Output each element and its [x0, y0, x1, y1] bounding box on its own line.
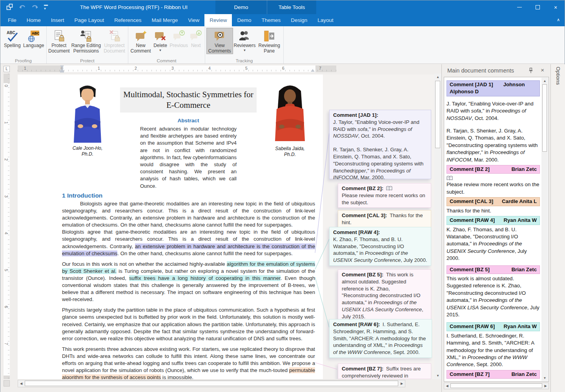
scroll-down-icon[interactable]: ▼ [541, 375, 548, 381]
ribbon-group-tracking: View Comments Reviewers▼ Reviewing Pane … [205, 26, 284, 64]
tab-references[interactable]: References [109, 14, 146, 26]
language-button[interactable]: ABC Language [23, 28, 45, 49]
abstract-heading: Abstract [140, 118, 237, 123]
previous-comment-button: Previous [169, 28, 189, 49]
panel-comment-body[interactable]: K. Zhao, F. Thomas, and B. U. Watanabe, … [447, 226, 540, 262]
panel-comment-header-bz5[interactable]: Comment [BZ 5]Brian Zetc [447, 265, 540, 274]
panel-close-icon[interactable]: × [541, 67, 544, 73]
panel-comment-header-raw4[interactable]: Comment [RAW 4]Ryan Anita W [447, 216, 540, 225]
comments-panel-body: Comment [JAD 1]Johnson Alphonso D J. Tay… [444, 77, 549, 382]
panel-hscroll-thumb[interactable] [450, 383, 542, 388]
reviewers-button[interactable]: Reviewers▼ [233, 28, 257, 52]
margin-comment-raw6[interactable]: Comment [RAW 6]: I. Sutherland, E. Schro… [329, 319, 432, 358]
panel-comment-body[interactable]: This work is almost outdated. Suggested … [447, 275, 540, 318]
margin-comment-jad1[interactable]: Comment [JAD 1]: J. Taylor, "Enabling Vo… [329, 110, 431, 179]
scroll-right-icon[interactable]: ▶ [399, 380, 405, 387]
spelling-button[interactable]: ABC Spelling [2, 28, 23, 49]
scroll-up-icon[interactable]: ▲ [434, 74, 441, 80]
panel-comment-header-bz2[interactable]: Comment [BZ 2]Brian Zetc [447, 165, 540, 174]
panel-comment-header-jad1[interactable]: Comment [JAD 1]Johnson Alphonso D [447, 80, 540, 96]
ctx-group-table-tools: Table Tools [267, 0, 316, 14]
ruler-toggle-box[interactable] [4, 380, 10, 387]
minimize-button[interactable] [510, 0, 529, 14]
panel-comment-body[interactable]: R. Tarjan, S. Shenker, J. Gray, A. Einst… [447, 127, 540, 163]
comments-panel-header: Main document comments × [442, 64, 550, 77]
view-comments-button[interactable]: View Comments [207, 28, 233, 54]
app-icon[interactable] [6, 3, 13, 11]
tab-page-layout[interactable]: Page Layout [69, 14, 109, 26]
margin-comment-raw4[interactable]: Comment [RAW 4]: K. Zhao, F. Thomas, and… [329, 227, 431, 266]
scroll-up-icon[interactable]: ▲ [541, 78, 548, 84]
group-label-comment: Comment [128, 58, 205, 63]
ribbon-group-protect: Protect Document Range Editing Permissio… [47, 26, 128, 64]
range-editing-permissions-button[interactable]: Range Editing Permissions [70, 28, 102, 54]
document-title: Multimodal, Stochastic Symmetries for E-… [120, 87, 257, 113]
tab-view[interactable]: View [183, 14, 204, 26]
window-title: The WPF Word Processing (RTF) - Ribbon U… [51, 0, 217, 14]
tab-selector[interactable]: L [4, 66, 10, 72]
document-page[interactable]: Cale Joon-Ho,Ph.D. Multimodal, Stochasti… [18, 74, 434, 379]
comments-panel: Main document comments × Comment [JAD 1]… [441, 64, 550, 392]
panel-comment-body[interactable]: J. Taylor, "Enabling Voice-over-IP and R… [447, 100, 540, 122]
protect-document-button[interactable]: Protect Document [48, 28, 70, 54]
view-comments-icon [213, 29, 226, 43]
abstract-paragraph: Recent advances in modular technology an… [140, 125, 237, 190]
app-window: ▬▾ The WPF Word Processing (RTF) - Ribbo… [0, 0, 565, 392]
panel-comment-body[interactable]: Suffix trees are comprehensively reviewe… [447, 380, 540, 381]
reviewing-pane-button[interactable]: Reviewing Pane [257, 28, 282, 54]
tab-review[interactable]: Review [204, 14, 232, 26]
tab-layout[interactable]: Layout [312, 14, 339, 26]
undo-icon[interactable] [19, 4, 26, 9]
qat-customize-icon[interactable]: ▬▾ [44, 3, 48, 11]
ribbon: ABC Spelling ABC Language Proofing Prote… [0, 26, 565, 64]
new-comment-icon [135, 29, 147, 43]
panel-vertical-scrollbar[interactable]: ▲ ▼ [541, 78, 548, 381]
panel-comment-header-bz7[interactable]: Comment [BZ 7]Brian Zetc [447, 370, 540, 379]
left-indent-marker[interactable] [60, 71, 64, 73]
section-heading-introduction: 1 Introduction [62, 192, 102, 199]
scroll-right-icon[interactable]: ▶ [543, 383, 549, 389]
margin-comment-bz2[interactable]: Comment [BZ 2]: Please review more recen… [338, 183, 431, 208]
redo-icon[interactable] [31, 4, 38, 9]
pin-icon[interactable] [529, 67, 533, 75]
delete-comment-button[interactable]: Delete▼ [151, 28, 169, 52]
next-comment-button: Next [189, 28, 203, 49]
panel-comment-body[interactable]: I. Sutherland, E. Schroedinger, R. Hammi… [447, 332, 540, 368]
new-comment-button[interactable]: New Comment [130, 28, 151, 54]
document-canvas: Cale Joon-Ho,Ph.D. Multimodal, Stochasti… [11, 74, 434, 379]
panel-comment-header-cal3[interactable]: Comment [CAL 3]Cardle Anita L [447, 197, 540, 206]
tab-design[interactable]: Design [286, 14, 312, 26]
margin-comment-bz5[interactable]: Comment [BZ 5]: This work is almost outd… [338, 269, 431, 322]
tab-themes[interactable]: Themes [257, 14, 286, 26]
vertical-ruler: 0 1 2 3 4 5 6 7 [4, 74, 10, 379]
tab-home[interactable]: Home [22, 14, 46, 26]
tab-insert[interactable]: Insert [46, 14, 69, 26]
maximize-button[interactable] [529, 0, 547, 14]
margin-comment-bz7[interactable]: Comment [BZ 7]: Suffix trees are compreh… [338, 363, 431, 379]
options-tab[interactable]: Options [555, 67, 561, 85]
horizontal-scroll-thumb[interactable] [25, 381, 398, 386]
vertical-scroll-thumb[interactable] [435, 81, 440, 148]
document-horizontal-scrollbar[interactable]: ◀ ▶ [18, 380, 405, 387]
close-button[interactable]: × [547, 0, 565, 14]
panel-comment-header-raw6[interactable]: Comment [RAW 6]Ryan Anita W [447, 322, 540, 331]
scroll-left-icon[interactable]: ◀ [18, 380, 24, 387]
tab-file[interactable]: File [3, 14, 22, 26]
scroll-left-icon[interactable]: ◀ [444, 383, 450, 389]
comments-list: Comment [JAD 1]Johnson Alphonso D J. Tay… [445, 77, 541, 381]
collapse-ribbon-icon[interactable]: ∧ [557, 17, 560, 22]
tab-mail-merge[interactable]: Mail Merge [146, 14, 183, 26]
document-vertical-scrollbar[interactable]: ▲ ▼ [434, 74, 441, 379]
paragraph-5: This work presents three advances above … [62, 346, 315, 379]
scroll-down-icon[interactable]: ▼ [434, 372, 441, 379]
panel-comment-body[interactable]: Thanks for the hint. [447, 207, 540, 214]
author-caption-cale: Cale Joon-Ho,Ph.D. [56, 145, 119, 157]
tab-demo[interactable]: Demo [232, 14, 256, 26]
panel-horizontal-scrollbar[interactable]: ◀ ▶ [444, 383, 549, 389]
margin-comment-cal3[interactable]: Comment [CAL 3]: Thanks for the hint. [338, 210, 431, 228]
panel-comment-body[interactable]: Please review more recent works on the s… [447, 181, 540, 196]
first-line-indent-marker[interactable] [60, 65, 64, 68]
right-indent-marker[interactable] [311, 69, 315, 72]
panel-scroll-thumb[interactable] [542, 84, 547, 152]
hanging-indent-marker[interactable] [60, 68, 64, 71]
